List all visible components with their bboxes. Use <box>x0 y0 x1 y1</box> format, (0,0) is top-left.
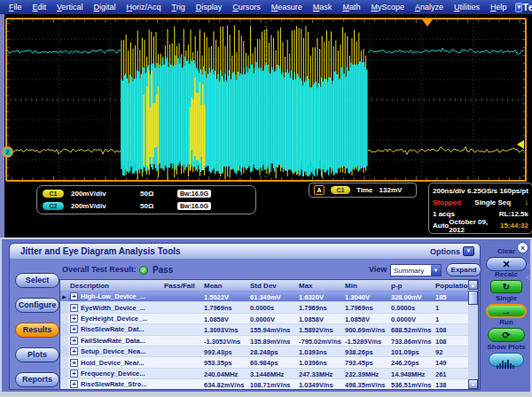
table-row[interactable]: +EyeHeight_Device_...1.0858V0.0000V1.085… <box>60 314 478 324</box>
menu-item-digital[interactable]: Digital <box>89 3 121 12</box>
menu-dropdown-icon[interactable]: ▼ <box>515 3 522 12</box>
table-row[interactable]: +Hold_Device_Near...953.35ps60.984ps1.03… <box>60 357 478 368</box>
run-button[interactable]: ⟳ <box>488 328 525 342</box>
sidebar-item-results[interactable]: Results <box>15 323 59 338</box>
cell-min: -1.5289V/ns <box>343 336 389 346</box>
description-text: RiseSlewRate_Stro... <box>81 380 147 388</box>
results-table: DescriptionPass/FailMeanStd DevMaxMinp-p… <box>59 279 479 390</box>
column-header[interactable]: Pass/Fail <box>162 280 202 291</box>
column-header[interactable]: Std Dev <box>248 280 297 291</box>
scroll-thumb[interactable] <box>468 291 478 305</box>
panel-title: Jitter and Eye Diagram Analysis Tools <box>20 246 181 256</box>
row-pointer-icon <box>60 357 68 367</box>
cell-pp: 246.20ps <box>389 357 434 367</box>
column-header[interactable]: Description <box>68 280 162 291</box>
show-plots-button[interactable] <box>489 353 524 367</box>
menu-bar: FileEditVerticalDigitalHoriz/AcqTrigDisp… <box>0 0 532 14</box>
expand-icon[interactable]: + <box>70 315 78 323</box>
cell-max: 1.5892V/ns <box>297 324 343 334</box>
menu-item-help[interactable]: Help <box>485 3 512 12</box>
menu-item-trig[interactable]: Trig <box>167 3 191 12</box>
options-label: Options <box>430 247 460 256</box>
table-row[interactable]: +RiseSlewRate_Stro...634.82mV/ns108.71mV… <box>60 379 478 390</box>
menu-item-analyze[interactable]: Analyze <box>410 3 449 12</box>
column-header[interactable]: p-p <box>389 280 434 291</box>
expand-icon[interactable]: + <box>70 304 78 312</box>
column-header[interactable]: Mean <box>202 280 248 291</box>
view-label: View <box>369 265 387 274</box>
expand-icon[interactable]: + <box>70 347 78 355</box>
cell-max: 1.0396ns <box>297 357 343 367</box>
menu-item-horizacq[interactable]: Horiz/Acq <box>121 3 167 12</box>
scroll-up-icon[interactable]: ▲ <box>468 280 478 290</box>
sidebar-item-plots[interactable]: Plots <box>15 347 59 362</box>
clear-label: Clear <box>481 247 532 255</box>
table-header-row: DescriptionPass/FailMeanStd DevMaxMinp-p… <box>60 280 478 292</box>
menu-item-edit[interactable]: Edit <box>27 3 52 12</box>
channel1-bandwidth: Bw:16.0G <box>177 190 211 198</box>
overall-result-value: Pass <box>153 265 173 275</box>
action-strip: x ◁ ◁ Clear ✕ Recalc ↻ Single → Run ⟳ Sh… <box>481 239 532 393</box>
table-row[interactable]: +Setup_Device_Nea...993.43ps28.248ps1.03… <box>60 346 478 357</box>
scroll-down-icon[interactable]: ▼ <box>468 379 478 389</box>
view-dropdown-icon[interactable]: ▼ <box>431 265 441 276</box>
menu-item-myscope[interactable]: MyScope <box>365 3 410 12</box>
cell-max: 1.0349V/ns <box>297 379 343 389</box>
acquisition-readout[interactable]: 200ns/div 6.25GS/s 160ps/pt Stopped Sing… <box>428 183 532 234</box>
table-row[interactable]: +Frequency_Device...240.04MHz3.1446MHz24… <box>60 369 478 379</box>
recalc-button[interactable]: ↻ <box>490 280 522 293</box>
menu-item-cursors[interactable]: Cursors <box>227 3 266 12</box>
menu-items: FileEditVerticalDigitalHoriz/AcqTrigDisp… <box>4 3 512 12</box>
menu-item-utilities[interactable]: Utilities <box>449 3 485 12</box>
trigger-level-marker[interactable] <box>517 140 524 149</box>
menu-item-math[interactable]: Math <box>337 3 365 12</box>
cell-passfail <box>162 357 202 367</box>
expand-icon[interactable]: + <box>70 359 78 367</box>
table-row[interactable]: ▶+High-Low_Device_...1.5022V61.349mV1.63… <box>60 292 478 302</box>
cell-mean: 240.04MHz <box>202 369 248 378</box>
clear-button[interactable]: ✕ <box>486 257 527 271</box>
resolution: 160ps/pt <box>500 187 528 195</box>
table-row[interactable]: +FallSlewRate_Data...-1.3052V/ns135.89mV… <box>60 336 478 346</box>
row-pointer-icon <box>60 314 68 323</box>
channel2-badge: C2 <box>43 202 64 210</box>
channel1-readout[interactable]: C1 200mV/div 50Ω Bw:16.0G <box>43 189 250 199</box>
row-pointer-icon <box>60 324 68 334</box>
cell-description: +High-Low_Device_... <box>68 292 162 301</box>
channel2-marker[interactable]: 2 <box>2 146 13 158</box>
expand-button[interactable]: Expand <box>446 263 481 276</box>
expand-icon[interactable]: + <box>70 292 78 300</box>
expand-icon[interactable]: + <box>70 370 78 378</box>
menu-item-display[interactable]: Display <box>191 3 228 12</box>
options-dropdown-icon[interactable]: ▼ <box>463 246 474 256</box>
view-select[interactable]: Summary ▼ <box>390 264 442 276</box>
menu-item-file[interactable]: File <box>4 3 27 12</box>
channel1-scale: 200mV/div <box>71 190 140 198</box>
menu-item-measure[interactable]: Measure <box>266 3 308 12</box>
sidebar-item-configure[interactable]: Configure <box>15 298 59 313</box>
column-header[interactable]: Max <box>297 280 343 291</box>
sidebar-item-reports[interactable]: Reports <box>15 372 59 387</box>
expand-icon[interactable]: + <box>70 380 78 388</box>
expand-icon[interactable]: + <box>70 337 78 345</box>
menu-item-vertical[interactable]: Vertical <box>51 3 89 12</box>
row-pointer-icon <box>60 346 68 356</box>
table-row[interactable]: +EyeWidth_Device_...1.7969ns0.0000s1.796… <box>60 302 478 313</box>
trigger-type: Time <box>356 186 373 194</box>
trigger-position-marker[interactable] <box>422 19 433 27</box>
expand-icon[interactable]: + <box>70 325 78 333</box>
channel-readout-box: C1 200mV/div 50Ω Bw:16.0G C2 200mV/div 5… <box>36 185 256 214</box>
table-row[interactable]: +RiseSlewRate_Dat...1.3093V/ns155.94mV/n… <box>60 324 478 335</box>
trigger-readout[interactable]: A C1 Time 132mV <box>309 183 417 198</box>
table-scrollbar[interactable]: ▲ ▼ <box>468 280 478 389</box>
cell-description: +Frequency_Device... <box>68 369 162 378</box>
show-plots-label: Show Plots <box>481 343 532 351</box>
cell-stddev: 61.349mV <box>248 292 297 301</box>
menu-item-mask[interactable]: Mask <box>308 3 338 12</box>
cell-pp: 688.52mV/ns <box>389 324 434 334</box>
cell-min: 1.3040V <box>343 292 389 301</box>
sidebar-item-select[interactable]: Select <box>15 273 59 288</box>
column-header[interactable]: Min <box>343 280 389 291</box>
single-button[interactable]: → <box>486 304 527 318</box>
channel2-readout[interactable]: C2 200mV/div 50Ω Bw:16.0G <box>43 200 250 211</box>
